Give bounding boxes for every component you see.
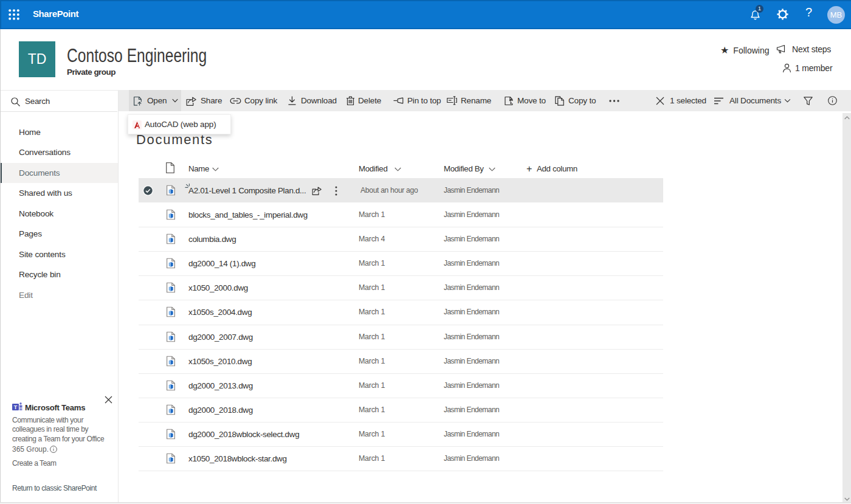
svg-text:T: T [14, 404, 18, 410]
